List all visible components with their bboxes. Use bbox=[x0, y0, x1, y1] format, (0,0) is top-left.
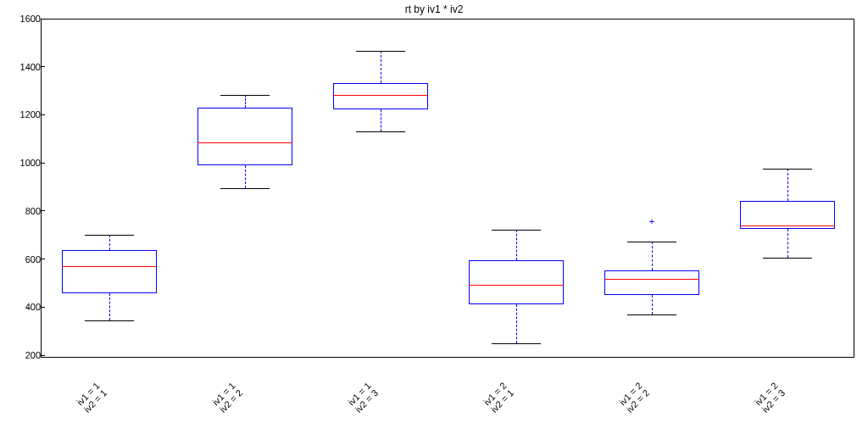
whisker-cap bbox=[220, 95, 270, 96]
x-tick-label: iv1 = 2iv2 = 2 bbox=[603, 366, 665, 429]
whisker bbox=[652, 295, 653, 314]
median-line bbox=[604, 279, 698, 280]
y-tick-mark bbox=[41, 307, 45, 308]
y-tick-label: 1400 bbox=[0, 62, 46, 72]
box bbox=[333, 83, 427, 109]
median-line bbox=[740, 225, 834, 226]
whisker-cap bbox=[356, 131, 405, 132]
whisker bbox=[516, 304, 517, 342]
y-tick-label: 1000 bbox=[0, 158, 46, 168]
y-tick-mark bbox=[41, 259, 45, 259]
y-tick-mark bbox=[41, 66, 45, 67]
median-line bbox=[62, 266, 156, 267]
y-tick-mark bbox=[41, 114, 45, 115]
box bbox=[604, 270, 698, 294]
whisker-cap bbox=[220, 188, 270, 189]
whisker bbox=[652, 242, 653, 270]
whisker-cap bbox=[627, 242, 676, 242]
median-line bbox=[198, 142, 292, 143]
whisker bbox=[787, 229, 788, 258]
whisker-cap bbox=[763, 169, 812, 170]
y-tick-label: 600 bbox=[0, 254, 46, 264]
y-tick-label: 200 bbox=[0, 350, 46, 360]
y-tick-mark bbox=[41, 163, 45, 164]
y-tick-mark bbox=[41, 355, 45, 356]
whisker-cap bbox=[763, 258, 812, 259]
y-tick-label: 1600 bbox=[0, 14, 46, 24]
outlier-marker: + bbox=[649, 217, 654, 226]
y-tick-label: 1200 bbox=[0, 109, 46, 120]
whisker-cap bbox=[492, 230, 541, 231]
whisker bbox=[516, 230, 517, 259]
median-line bbox=[333, 95, 427, 96]
whisker-cap bbox=[85, 320, 134, 321]
whisker-cap bbox=[356, 51, 405, 52]
y-tick-mark bbox=[41, 19, 45, 19]
whisker bbox=[381, 51, 381, 83]
x-tick-label: iv1 = 2iv2 = 1 bbox=[467, 366, 530, 429]
axes: + bbox=[41, 19, 854, 358]
x-tick-label: iv1 = 2iv2 = 3 bbox=[738, 366, 801, 429]
chart-title: rt by iv1 * iv2 bbox=[0, 3, 868, 15]
y-tick-label: 400 bbox=[0, 302, 46, 312]
whisker bbox=[245, 95, 246, 107]
x-tick-label: iv1 = 1iv2 = 1 bbox=[60, 366, 123, 429]
whisker-cap bbox=[85, 235, 134, 236]
y-tick-mark bbox=[41, 210, 45, 211]
x-tick-label: iv1 = 1iv2 = 2 bbox=[196, 366, 259, 429]
whisker-cap bbox=[627, 314, 676, 315]
whisker bbox=[109, 293, 110, 320]
x-tick-label: iv1 = 1iv2 = 3 bbox=[331, 366, 394, 429]
whisker bbox=[109, 235, 110, 250]
whisker bbox=[787, 169, 788, 201]
whisker bbox=[245, 165, 246, 188]
whisker bbox=[381, 109, 381, 131]
box bbox=[469, 260, 563, 304]
y-tick-label: 800 bbox=[0, 206, 46, 216]
whisker-cap bbox=[492, 343, 541, 344]
box bbox=[62, 250, 156, 293]
box bbox=[198, 108, 292, 165]
median-line bbox=[469, 285, 563, 286]
